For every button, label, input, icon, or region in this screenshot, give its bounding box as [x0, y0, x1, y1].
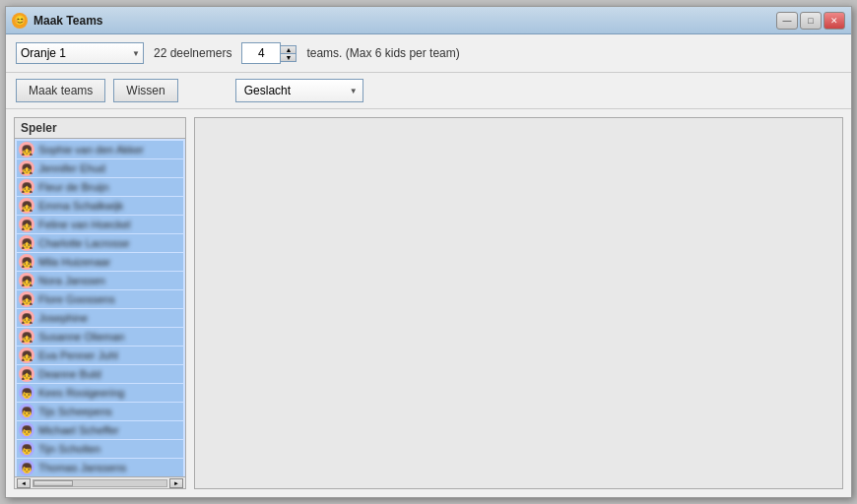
- gender-select[interactable]: Geslacht Jongens Meisjes Gemengd: [235, 79, 363, 102]
- player-item[interactable]: 👧Deanne Buld: [17, 365, 183, 383]
- player-item[interactable]: 👧Flore Goossens: [17, 290, 183, 308]
- player-name: Fleur de Bruijn: [38, 181, 109, 193]
- player-item[interactable]: 👦Tijs Scheepens: [17, 403, 183, 420]
- player-name: Sophie van den Akker: [38, 144, 144, 156]
- scroll-track[interactable]: [33, 479, 167, 487]
- player-avatar: 👦: [19, 422, 34, 438]
- player-avatar: 👧: [19, 291, 34, 307]
- scroll-thumb[interactable]: [33, 480, 73, 486]
- player-avatar: 👧: [19, 254, 34, 270]
- player-name: Feline van Hoeckel: [38, 219, 131, 230]
- player-avatar: 👧: [19, 329, 34, 345]
- player-name: Deanne Buld: [38, 368, 101, 380]
- player-item[interactable]: 👦Tijn Scholten: [17, 440, 183, 458]
- teams-label: teams. (Max 6 kids per team): [306, 46, 459, 60]
- toolbar-row1: Oranje 1 Oranje 2 Blauw 1 Blauw 2 22 dee…: [6, 34, 851, 73]
- player-item[interactable]: 👧Jennifer Ehud: [17, 159, 183, 177]
- teams-count-input[interactable]: [241, 42, 281, 64]
- spin-down-button[interactable]: ▼: [281, 54, 296, 61]
- player-name: Thomas Janssens: [38, 462, 126, 473]
- spinner-buttons: ▲ ▼: [281, 45, 297, 62]
- player-item[interactable]: 👧Fleur de Bruijn: [17, 178, 183, 196]
- player-name: Mila Huizenaar: [38, 256, 110, 268]
- player-panel: Speler 👧Sophie van den Akker👧Jennifer Eh…: [14, 117, 186, 489]
- window-controls: — □ ✕: [776, 12, 845, 30]
- player-name: Charlotte Lacrosse: [38, 237, 129, 249]
- player-avatar: 👧: [19, 217, 34, 232]
- player-item[interactable]: 👦Michael Scheffer: [17, 421, 183, 439]
- teams-count-field[interactable]: [242, 43, 280, 63]
- title-bar: 😊 Maak Teams — □ ✕: [6, 7, 851, 34]
- make-teams-button[interactable]: Maak teams: [16, 79, 105, 102]
- teams-spinner: ▲ ▼: [241, 42, 297, 64]
- toolbar-row2: Maak teams Wissen Geslacht Jongens Meisj…: [6, 73, 851, 109]
- player-avatar: 👧: [19, 273, 34, 288]
- player-name: Eva Penner Juhl: [38, 349, 118, 361]
- group-select-wrapper: Oranje 1 Oranje 2 Blauw 1 Blauw 2: [16, 42, 144, 64]
- player-item[interactable]: 👧Susanne Olieman: [17, 328, 183, 346]
- player-item[interactable]: 👧Sophie van den Akker: [17, 141, 183, 158]
- participants-label: 22 deelnemers: [154, 46, 231, 60]
- app-icon: 😊: [12, 13, 28, 29]
- scroll-right-button[interactable]: ►: [169, 478, 183, 488]
- player-name: Josephine: [38, 312, 88, 324]
- horizontal-scrollbar[interactable]: ◄ ►: [15, 476, 185, 488]
- panel-header: Speler: [15, 118, 185, 139]
- restore-button[interactable]: □: [800, 12, 822, 30]
- player-item[interactable]: 👦Thomas Janssens: [17, 459, 183, 476]
- scroll-left-button[interactable]: ◄: [17, 478, 31, 488]
- teams-main-area: [194, 117, 843, 489]
- spin-up-button[interactable]: ▲: [281, 46, 296, 54]
- player-avatar: 👦: [19, 385, 34, 401]
- player-avatar: 👧: [19, 198, 34, 214]
- player-avatar: 👦: [19, 460, 34, 475]
- wissen-button[interactable]: Wissen: [113, 79, 177, 102]
- player-list[interactable]: 👧Sophie van den Akker👧Jennifer Ehud👧Fleu…: [15, 139, 185, 476]
- player-item[interactable]: 👧Josephine: [17, 309, 183, 327]
- window-title: Maak Teams: [33, 14, 102, 28]
- player-name: Tijn Scholten: [38, 443, 100, 455]
- close-button[interactable]: ✕: [824, 12, 845, 30]
- player-item[interactable]: 👦Kees Rooigeering: [17, 384, 183, 402]
- player-avatar: 👦: [19, 441, 34, 457]
- player-item[interactable]: 👧Mila Huizenaar: [17, 253, 183, 271]
- player-avatar: 👧: [19, 160, 34, 176]
- player-name: Emma Schalkwijk: [38, 200, 123, 212]
- title-bar-left: 😊 Maak Teams: [12, 13, 102, 29]
- player-name: Susanne Olieman: [38, 331, 124, 343]
- player-name: Nora Janssen: [38, 275, 105, 286]
- player-item[interactable]: 👧Eva Penner Juhl: [17, 346, 183, 364]
- player-item[interactable]: 👧Charlotte Lacrosse: [17, 234, 183, 252]
- player-name: Jennifer Ehud: [38, 162, 105, 174]
- player-avatar: 👧: [19, 179, 34, 195]
- player-name: Kees Rooigeering: [38, 387, 124, 399]
- player-item[interactable]: 👧Feline van Hoeckel: [17, 216, 183, 233]
- player-avatar: 👧: [19, 347, 34, 363]
- content-area: Speler 👧Sophie van den Akker👧Jennifer Eh…: [6, 109, 851, 497]
- main-window: 😊 Maak Teams — □ ✕ Oranje 1 Oranje 2 Bla…: [5, 6, 852, 498]
- player-item[interactable]: 👧Emma Schalkwijk: [17, 197, 183, 215]
- player-name: Tijs Scheepens: [38, 406, 112, 417]
- player-item[interactable]: 👧Nora Janssen: [17, 272, 183, 289]
- player-name: Michael Scheffer: [38, 424, 119, 436]
- minimize-button[interactable]: —: [776, 12, 798, 30]
- gender-select-wrapper: Geslacht Jongens Meisjes Gemengd: [235, 79, 363, 102]
- player-name: Flore Goossens: [38, 293, 115, 305]
- group-select[interactable]: Oranje 1 Oranje 2 Blauw 1 Blauw 2: [16, 42, 144, 64]
- player-avatar: 👦: [19, 404, 34, 419]
- player-avatar: 👧: [19, 235, 34, 251]
- player-avatar: 👧: [19, 366, 34, 382]
- player-avatar: 👧: [19, 142, 34, 158]
- player-avatar: 👧: [19, 310, 34, 326]
